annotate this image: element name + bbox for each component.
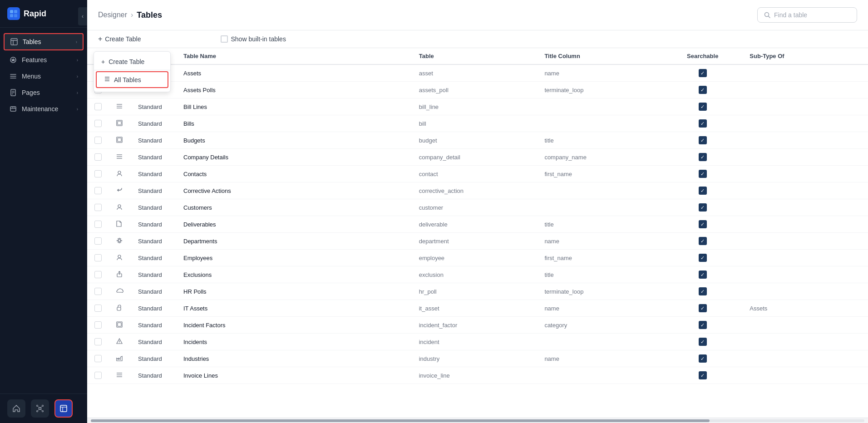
row-icon-7: [109, 182, 131, 199]
built-in-checkbox[interactable]: [221, 35, 228, 43]
table-row: Standard Company Details company_detail …: [87, 149, 868, 166]
row-checkbox-9[interactable]: [87, 216, 109, 233]
create-table-button[interactable]: + Create Table + Create Table: [98, 35, 141, 43]
row-title-col-13: terminate_loop: [537, 283, 663, 300]
row-name-11[interactable]: Employees: [176, 250, 412, 266]
sidebar-item-tables[interactable]: Tables ›: [4, 33, 84, 50]
svg-rect-2: [10, 14, 13, 17]
svg-rect-55: [117, 307, 121, 310]
row-name-13[interactable]: HR Polls: [176, 283, 412, 300]
row-checkbox-10[interactable]: [87, 233, 109, 250]
row-searchable-10: ✓: [663, 233, 742, 250]
menus-arrow: ›: [77, 74, 78, 79]
table-row: Standard IT Assets it_asset name ✓ Asset…: [87, 300, 868, 317]
row-checkbox-2[interactable]: [87, 98, 109, 115]
horizontal-scrollbar[interactable]: [87, 418, 868, 423]
col-header-title: Title Column: [537, 48, 663, 64]
row-checkbox-17[interactable]: [87, 350, 109, 367]
row-checkbox-4[interactable]: [87, 132, 109, 149]
row-searchable-11: ✓: [663, 250, 742, 266]
row-name-12[interactable]: Exclusions: [176, 266, 412, 283]
menus-icon: [9, 72, 17, 80]
row-name-18[interactable]: Invoice Lines: [176, 367, 412, 384]
dropdown-create-table[interactable]: + Create Table: [94, 54, 170, 70]
row-name-14[interactable]: IT Assets: [176, 300, 412, 317]
sidebar-item-maintenance[interactable]: Maintenance ›: [4, 101, 84, 117]
row-checkbox-11[interactable]: [87, 250, 109, 266]
table-row: Standard Departments department name ✓: [87, 233, 868, 250]
row-checkbox-3[interactable]: [87, 115, 109, 132]
row-name-5[interactable]: Company Details: [176, 149, 412, 166]
table-row: Standard Industries industry name ✓: [87, 350, 868, 367]
row-icon-5: [109, 149, 131, 166]
row-checkbox-16[interactable]: [87, 334, 109, 350]
row-checkbox-18[interactable]: [87, 367, 109, 384]
row-searchable-2: ✓: [663, 98, 742, 115]
main-content: Designer › Tables Find a table + Create …: [87, 0, 868, 423]
find-table-input[interactable]: Find a table: [757, 7, 857, 23]
svg-point-22: [37, 411, 38, 412]
col-header-searchable: Searchable: [663, 48, 742, 64]
find-table-placeholder: Find a table: [774, 11, 807, 19]
row-name-6[interactable]: Contacts: [176, 166, 412, 182]
row-checkbox-12[interactable]: [87, 266, 109, 283]
row-checkbox-6[interactable]: [87, 166, 109, 182]
row-table-0: asset: [412, 64, 538, 82]
row-table-8: customer: [412, 199, 538, 216]
row-table-10: department: [412, 233, 538, 250]
row-searchable-14: ✓: [663, 300, 742, 317]
row-title-col-18: [537, 367, 663, 384]
row-searchable-1: ✓: [663, 82, 742, 98]
row-checkbox-14[interactable]: [87, 300, 109, 317]
row-title-col-1: terminate_loop: [537, 82, 663, 98]
row-name-3[interactable]: Bills: [176, 115, 412, 132]
row-checkbox-13[interactable]: [87, 283, 109, 300]
row-name-8[interactable]: Customers: [176, 199, 412, 216]
row-searchable-17: ✓: [663, 350, 742, 367]
row-name-2[interactable]: Bill Lines: [176, 98, 412, 115]
table-row: Standard Invoice Lines invoice_line ✓: [87, 367, 868, 384]
row-icon-6: [109, 166, 131, 182]
row-name-1[interactable]: Assets Polls: [176, 82, 412, 98]
pages-label: Pages: [22, 89, 40, 96]
row-checkbox-7[interactable]: [87, 182, 109, 199]
row-title-col-17: name: [537, 350, 663, 367]
row-checkbox-5[interactable]: [87, 149, 109, 166]
row-icon-14: [109, 300, 131, 317]
pages-arrow: ›: [77, 90, 78, 95]
sidebar-item-menus[interactable]: Menus ›: [4, 69, 84, 84]
sidebar-collapse-button[interactable]: ‹: [78, 7, 87, 25]
row-name-0[interactable]: Assets: [176, 64, 412, 82]
row-type-15: Standard: [131, 317, 176, 334]
diagram-button[interactable]: [31, 399, 49, 418]
sidebar-item-features[interactable]: Features ›: [4, 52, 84, 68]
row-name-7[interactable]: Corrective Actions: [176, 182, 412, 199]
row-table-12: exclusion: [412, 266, 538, 283]
dropdown-all-tables[interactable]: All Tables: [96, 71, 168, 88]
designer-button[interactable]: [54, 399, 73, 418]
table-row: Standard HR Polls hr_poll terminate_loop…: [87, 283, 868, 300]
table-row: Standard Bills bill ✓: [87, 115, 868, 132]
show-built-in-toggle[interactable]: Show built-in tables: [221, 35, 286, 43]
row-name-16[interactable]: Incidents: [176, 334, 412, 350]
table-row: Standard Incidents incident ✓: [87, 334, 868, 350]
scrollbar-thumb[interactable]: [91, 419, 710, 422]
row-icon-11: [109, 250, 131, 266]
svg-line-25: [41, 406, 42, 408]
row-name-4[interactable]: Budgets: [176, 132, 412, 149]
row-icon-13: [109, 283, 131, 300]
row-name-10[interactable]: Departments: [176, 233, 412, 250]
row-checkbox-15[interactable]: [87, 317, 109, 334]
row-name-15[interactable]: Incident Factors: [176, 317, 412, 334]
row-subtype-0: [742, 64, 868, 82]
row-name-17[interactable]: Industries: [176, 350, 412, 367]
home-button[interactable]: [7, 399, 25, 418]
row-name-9[interactable]: Deliverables: [176, 216, 412, 233]
sidebar-item-pages[interactable]: Pages ›: [4, 85, 84, 100]
row-type-17: Standard: [131, 350, 176, 367]
row-searchable-8: ✓: [663, 199, 742, 216]
svg-rect-46: [118, 138, 121, 142]
row-checkbox-8[interactable]: [87, 199, 109, 216]
row-icon-10: [109, 233, 131, 250]
row-title-col-5: company_name: [537, 149, 663, 166]
